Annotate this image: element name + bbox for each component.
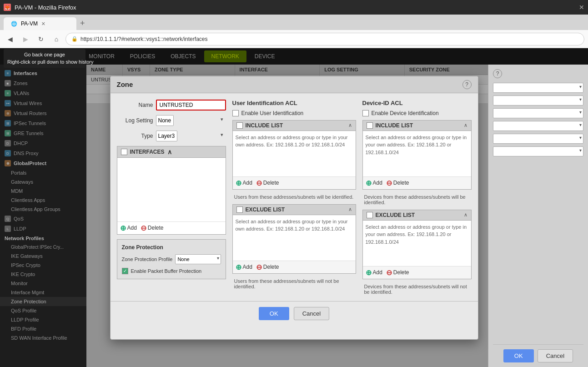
- name-input[interactable]: [156, 100, 226, 111]
- device-exclude-add-button[interactable]: ⊕ Add: [366, 268, 382, 277]
- delete-icon: ⊖: [141, 224, 146, 232]
- device-id-acl-panel: Device-ID ACL Enable Device Identificati…: [362, 100, 472, 295]
- exclude-list-header: EXCLUDE LIST ∧: [233, 205, 356, 215]
- dialog-help-button[interactable]: ?: [462, 80, 472, 89]
- dialog-left-panel: Name Log Setting None Typ: [117, 100, 226, 295]
- device-include-placeholder: Select an address or address group or ty…: [366, 135, 467, 155]
- add-icon: ⊕: [120, 224, 126, 232]
- include-list-add-button[interactable]: ⊕ Add: [236, 179, 252, 187]
- tab-label: PA-VM: [21, 20, 38, 27]
- side-cancel-button[interactable]: Cancel: [538, 349, 573, 362]
- enable-packet-buffer-checkbox[interactable]: ✓: [122, 268, 128, 274]
- enable-user-id-checkbox[interactable]: [232, 110, 239, 116]
- interfaces-add-button[interactable]: ⊕ Add: [120, 224, 137, 232]
- side-select-2[interactable]: [493, 96, 583, 106]
- tab-close-button[interactable]: ×: [41, 20, 45, 27]
- side-ok-button[interactable]: OK: [503, 349, 534, 362]
- browser-title: PA-VM - Mozilla Firefox: [15, 4, 575, 11]
- include-list-delete-button[interactable]: ⊖ Delete: [256, 179, 279, 187]
- devices-not-identified-note: Devices from these addresses/subnets wil…: [362, 284, 472, 295]
- include-list-body: Select an address or address group or ty…: [233, 131, 356, 176]
- dialog-body: Name Log Setting None Typ: [111, 93, 478, 301]
- enable-user-id-row: Enable User Identification: [232, 110, 356, 116]
- url-text[interactable]: https://10.1.1.1/?#network::vsys1::netwo…: [80, 36, 207, 42]
- zp-profile-select[interactable]: None: [175, 254, 221, 264]
- side-select-row-1: ▾: [493, 83, 583, 93]
- device-exclude-collapse-icon[interactable]: ∧: [464, 212, 467, 218]
- type-label: Type: [117, 133, 153, 139]
- side-select-4[interactable]: [493, 121, 583, 131]
- device-include-add-button[interactable]: ⊕ Add: [366, 179, 382, 187]
- device-include-list-label: INCLUDE LIST: [376, 122, 461, 129]
- interfaces-label: INTERFACES: [130, 149, 165, 155]
- device-exclude-list-checkbox[interactable]: [367, 212, 373, 218]
- dialog-title: Zone: [117, 80, 133, 88]
- exclude-list-delete-button[interactable]: ⊖ Delete: [256, 263, 279, 271]
- exclude-list-collapse-icon[interactable]: ∧: [348, 206, 352, 212]
- back-button[interactable]: ◀ Go back one page Right-click or pull d…: [4, 33, 16, 45]
- browser-nav-bar: ◀ Go back one page Right-click or pull d…: [0, 30, 588, 48]
- enable-packet-buffer-label: Enable Packet Buffer Protection: [131, 268, 202, 274]
- cancel-button[interactable]: Cancel: [294, 307, 329, 320]
- device-exclude-list-actions: ⊕ Add ⊖ Delete: [363, 266, 471, 279]
- device-include-list-actions: ⊕ Add ⊖ Delete: [363, 176, 471, 189]
- include-list-collapse-icon[interactable]: ∧: [348, 122, 352, 128]
- dev-exclude-delete-icon: ⊖: [386, 268, 392, 277]
- device-include-collapse-icon[interactable]: ∧: [464, 122, 467, 128]
- exclude-list-label: EXCLUDE LIST: [246, 206, 346, 213]
- device-exclude-list-body: Select an address or address group or ty…: [363, 221, 471, 266]
- interfaces-header: INTERFACES ∧: [117, 146, 226, 158]
- type-field-row: Type Layer3: [117, 131, 226, 141]
- side-panel-help-button[interactable]: ?: [493, 69, 502, 78]
- exclude-list-checkbox[interactable]: [236, 206, 243, 213]
- zone-protection-section: Zone Protection Zone Protection Profile …: [117, 239, 226, 279]
- lock-icon: 🔒: [71, 36, 78, 42]
- device-include-list-header: INCLUDE LIST ∧: [363, 121, 471, 131]
- enable-device-id-row: Enable Device Identification: [362, 110, 472, 116]
- interfaces-collapse-icon[interactable]: ∧: [167, 148, 172, 156]
- device-exclude-delete-button[interactable]: ⊖ Delete: [386, 268, 409, 277]
- device-include-list-checkbox[interactable]: [367, 122, 373, 129]
- type-select[interactable]: Layer3: [156, 131, 177, 141]
- enable-device-id-checkbox[interactable]: [362, 110, 369, 116]
- browser-tab[interactable]: 🌐 PA-VM ×: [4, 17, 76, 30]
- side-select-row-6: ▾: [493, 146, 583, 156]
- window-close-icon[interactable]: ✕: [579, 4, 584, 11]
- log-setting-select[interactable]: None: [156, 115, 174, 126]
- url-bar: 🔒 https://10.1.1.1/?#network::vsys1::net…: [65, 33, 584, 45]
- ok-button[interactable]: OK: [259, 307, 289, 320]
- side-select-6[interactable]: [493, 146, 583, 156]
- side-select-5[interactable]: [493, 134, 583, 144]
- dialog-overlay: Zone ? Name Log Setting: [0, 48, 588, 367]
- side-select-1[interactable]: [493, 83, 583, 93]
- new-tab-button[interactable]: +: [78, 17, 87, 30]
- device-exclude-placeholder: Select an address or address group or ty…: [366, 224, 467, 245]
- exclude-list-placeholder: Select an address or address group or ty…: [236, 219, 348, 232]
- side-select-3[interactable]: [493, 108, 583, 118]
- include-add-icon: ⊕: [236, 179, 241, 187]
- user-id-acl-panel: User Identification ACL Enable User Iden…: [232, 100, 356, 295]
- name-field-row: Name: [117, 100, 226, 111]
- include-list-checkbox[interactable]: [236, 122, 243, 129]
- device-exclude-list-section: EXCLUDE LIST ∧ Select an address or addr…: [362, 210, 472, 279]
- interfaces-delete-button[interactable]: ⊖ Delete: [141, 224, 164, 232]
- reload-button[interactable]: ↻: [35, 33, 47, 45]
- side-panel-content: ▾ ▾ ▾ ▾: [493, 83, 583, 341]
- device-exclude-list-label: EXCLUDE LIST: [376, 212, 461, 218]
- home-button[interactable]: ⌂: [50, 33, 63, 45]
- browser-chrome: 🦊 PA-VM - Mozilla Firefox ✕ 🌐 PA-VM × + …: [0, 0, 588, 48]
- device-id-acl-title: Device-ID ACL: [362, 100, 472, 106]
- device-include-delete-button[interactable]: ⊖ Delete: [386, 179, 409, 187]
- dialog-header: Zone ?: [111, 76, 478, 93]
- devices-identified-note: Devices from these addresses/subnets wil…: [362, 194, 472, 205]
- type-select-wrapper: Layer3: [156, 131, 226, 141]
- back-tooltip: Go back one page Right-click or pull dow…: [4, 49, 85, 68]
- zone-dialog: Zone ? Name Log Setting: [110, 76, 478, 340]
- side-panel-help: ?: [493, 69, 583, 78]
- forward-button[interactable]: ▶: [19, 33, 32, 45]
- exclude-list-add-button[interactable]: ⊕ Add: [236, 263, 252, 271]
- interfaces-checkbox[interactable]: [121, 149, 127, 155]
- device-include-list-section: INCLUDE LIST ∧ Select an address or addr…: [362, 120, 472, 190]
- users-not-identified-note: Users from these addresses/subnets will …: [232, 278, 356, 289]
- exclude-list-section: EXCLUDE LIST ∧ Select an address or addr…: [232, 204, 356, 274]
